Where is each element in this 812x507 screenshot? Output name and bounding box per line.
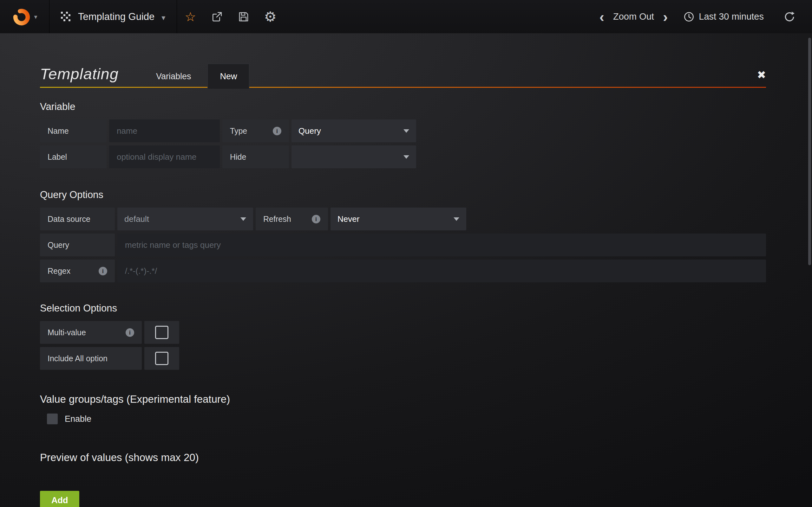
info-icon: i xyxy=(99,267,107,275)
dashboard-grid-icon xyxy=(61,12,71,22)
refresh-button[interactable] xyxy=(772,11,798,23)
section-variable: Variable Name Type i Query Label Hide xyxy=(40,101,766,168)
enable-checkbox[interactable] xyxy=(47,413,58,424)
refresh-label: Refresh i xyxy=(256,208,328,230)
regex-label-text: Regex xyxy=(48,267,70,276)
type-select[interactable]: Query xyxy=(292,119,416,142)
datasource-row: Data source default Refresh i Never xyxy=(40,208,766,230)
chevron-left-icon: ‹ xyxy=(600,9,604,25)
close-icon[interactable]: ✖ xyxy=(757,69,766,80)
section-value-groups: Value groups/tags (Experimental feature)… xyxy=(40,393,766,424)
variable-name-row: Name Type i Query xyxy=(40,119,766,142)
star-button[interactable]: ☆ xyxy=(177,0,204,33)
query-label: Query xyxy=(40,233,115,257)
caret-down-icon xyxy=(454,217,459,221)
enable-row: Enable xyxy=(40,413,766,424)
tab-new[interactable]: New xyxy=(207,64,249,89)
gear-icon: ⚙ xyxy=(264,9,276,25)
templating-tabs: Variables New xyxy=(154,64,250,88)
save-button[interactable] xyxy=(230,0,257,33)
templating-header: Templating Variables New ✖ xyxy=(40,64,766,88)
multi-value-checkbox[interactable] xyxy=(144,321,179,344)
include-all-label: Include All option xyxy=(40,347,142,370)
star-icon: ☆ xyxy=(185,9,196,24)
chevron-down-icon: ▾ xyxy=(34,13,37,20)
caret-down-icon xyxy=(403,155,409,159)
refresh-select-value: Never xyxy=(338,214,359,224)
dashboard-page: Templating Variables New ✖ Variable Name… xyxy=(0,33,812,507)
clock-icon xyxy=(683,11,694,22)
hide-label: Hide xyxy=(222,146,289,168)
info-icon: i xyxy=(125,328,134,337)
dashboard-picker[interactable]: Templating Guide ▾ xyxy=(49,0,177,33)
time-shift-forward-button[interactable]: › xyxy=(660,9,671,24)
hide-select[interactable] xyxy=(292,146,416,168)
time-controls: ‹ Zoom Out › Last 30 minutes xyxy=(596,0,812,33)
regex-label: Regex i xyxy=(40,260,115,282)
query-row: Query xyxy=(40,233,766,257)
chevron-right-icon: › xyxy=(663,9,668,25)
scrollbar-thumb[interactable] xyxy=(808,38,811,265)
multi-value-row: Multi-value i xyxy=(40,321,766,344)
share-button[interactable] xyxy=(204,0,230,33)
regex-input[interactable] xyxy=(117,260,766,282)
checkbox-unchecked-icon xyxy=(155,326,168,339)
refresh-select[interactable]: Never xyxy=(331,208,466,230)
dashboard-actions: ☆ ⚙ xyxy=(177,0,284,33)
type-label-text: Type xyxy=(230,126,247,135)
label-label: Label xyxy=(40,146,107,168)
settings-button[interactable]: ⚙ xyxy=(257,0,284,33)
selection-options-heading: Selection Options xyxy=(40,302,766,314)
name-input[interactable] xyxy=(109,119,220,142)
tab-variables[interactable]: Variables xyxy=(154,72,194,81)
section-preview: Preview of values (shows max 20) xyxy=(40,452,766,464)
checkbox-unchecked-icon xyxy=(155,352,168,365)
top-navbar: ▾ Templating Guide ▾ ☆ xyxy=(0,0,812,33)
refresh-label-text: Refresh xyxy=(263,215,291,224)
time-range-picker[interactable]: Last 30 minutes xyxy=(671,11,772,22)
info-icon: i xyxy=(312,215,320,223)
name-label: Name xyxy=(40,119,107,142)
zoom-out-button[interactable]: Zoom Out xyxy=(607,11,660,22)
caret-down-icon xyxy=(403,129,409,133)
multi-value-label: Multi-value i xyxy=(40,321,142,344)
variable-label-row: Label Hide xyxy=(40,146,766,168)
section-selection-options: Selection Options Multi-value i Include … xyxy=(40,302,766,370)
type-label: Type i xyxy=(222,119,289,142)
include-all-checkbox[interactable] xyxy=(144,347,179,370)
save-icon xyxy=(238,11,249,22)
info-icon: i xyxy=(273,127,281,135)
query-options-heading: Query Options xyxy=(40,189,766,201)
datasource-select[interactable]: default xyxy=(117,208,253,230)
type-select-value: Query xyxy=(299,126,321,136)
grafana-logo-button[interactable]: ▾ xyxy=(0,0,49,33)
query-input[interactable] xyxy=(117,233,766,257)
grafana-logo-icon xyxy=(12,7,32,26)
share-icon xyxy=(211,11,223,23)
chevron-down-icon: ▾ xyxy=(161,13,165,22)
regex-row: Regex i xyxy=(40,260,766,282)
enable-label: Enable xyxy=(65,414,91,424)
time-shift-back-button[interactable]: ‹ xyxy=(596,9,607,24)
section-query-options: Query Options Data source default Refres… xyxy=(40,189,766,282)
dashboard-title: Templating Guide xyxy=(78,11,154,22)
page-title: Templating xyxy=(40,65,119,83)
variable-heading: Variable xyxy=(40,101,766,112)
datasource-select-value: default xyxy=(124,214,149,224)
datasource-label: Data source xyxy=(40,208,115,230)
value-groups-heading: Value groups/tags (Experimental feature) xyxy=(40,393,766,405)
multi-value-label-text: Multi-value xyxy=(48,328,86,337)
refresh-icon xyxy=(783,11,796,23)
caret-down-icon xyxy=(241,217,246,221)
preview-heading: Preview of values (shows max 20) xyxy=(40,452,766,464)
label-input[interactable] xyxy=(109,146,220,168)
add-button[interactable]: Add xyxy=(40,491,79,507)
include-all-row: Include All option xyxy=(40,347,766,370)
time-range-label: Last 30 minutes xyxy=(699,11,764,22)
